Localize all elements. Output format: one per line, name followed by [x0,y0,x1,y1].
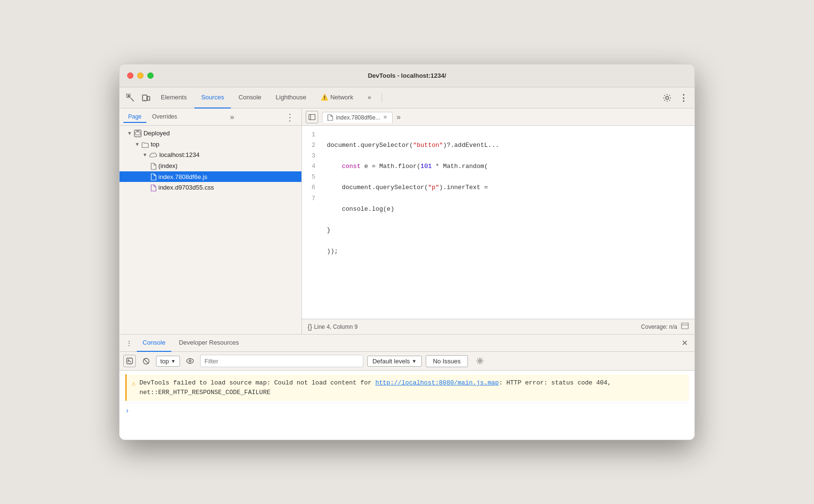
clear-console-btn[interactable] [123,355,136,367]
editor-tab-more-btn[interactable]: » [396,113,401,121]
svg-point-5 [666,96,669,99]
svg-point-19 [189,360,191,362]
code-line-6: )); [327,246,689,257]
network-warning-icon: ⚠️ [321,94,328,101]
console-tab-bar: ⋮ Console Developer Resources ✕ [120,335,694,352]
editor-tab-filename: index.7808df6e... [336,114,380,121]
svg-point-20 [479,360,481,362]
editor-tab-close-btn[interactable]: ✕ [383,114,387,120]
tree-arrow-localhost: ▼ [143,152,147,157]
console-warning-message: ⚠ DevTools failed to load source map: Co… [125,374,689,401]
coverage-icon-btn[interactable] [681,323,689,331]
file-js-icon [150,173,156,181]
svg-point-4 [144,99,145,100]
title-bar: DevTools - localhost:1234/ [120,64,694,87]
editor-tab-bar: index.7808df6e... ✕ » [302,108,694,126]
warning-triangle-icon: ⚠ [132,379,135,389]
tab-overrides[interactable]: Overrides [147,111,182,123]
code-editor[interactable]: 1 2 3 4 5 6 7 document.querySelector("bu… [302,126,694,319]
tree-item-index-html[interactable]: (index) [120,160,301,171]
traffic-lights [127,72,154,79]
log-levels-btn[interactable]: Default levels ▼ [367,356,422,367]
console-tab-dev-resources[interactable]: Developer Resources [173,335,245,352]
maximize-button[interactable] [147,72,154,79]
inspect-icon[interactable] [123,91,138,105]
warning-message-text: DevTools failed to load source map: Coul… [139,378,684,397]
code-line-2: const e = Math.floor(101 * Math.random( [327,161,689,172]
console-content: ⚠ DevTools failed to load source map: Co… [120,371,694,440]
device-mode-icon[interactable] [139,91,153,105]
folder-icon [142,140,149,148]
svg-rect-11 [682,323,688,329]
file-icon [150,162,156,170]
devtools-window: DevTools - localhost:1234/ Elements [119,64,695,440]
cloud-icon [149,151,157,159]
svg-line-14 [128,360,131,362]
tab-separator [382,93,382,103]
tree-item-deployed[interactable]: ▼ Deployed [120,128,301,139]
more-options-icon[interactable]: ⋮ [676,91,691,105]
window-title: DevTools - localhost:1234/ [368,72,446,79]
code-line-4: console.log(e) [327,204,689,215]
svg-rect-3 [147,96,150,100]
svg-rect-9 [309,114,315,120]
editor-panel: index.7808df6e... ✕ » 1 2 3 4 5 6 7 docu… [302,108,694,334]
log-levels-dropdown-icon: ▼ [412,359,417,364]
no-issues-btn[interactable]: No Issues [426,355,468,367]
console-toolbar: top ▼ Default levels ▼ No Issues [120,352,694,371]
tab-network[interactable]: ⚠️ Network [314,87,360,108]
console-settings-btn[interactable] [474,355,486,367]
svg-line-17 [144,359,148,363]
tree-item-index-js[interactable]: index.7808df6e.js [120,171,301,182]
console-tab-console[interactable]: Console [137,335,171,352]
line-numbers: 1 2 3 4 5 6 7 [302,130,321,315]
minimize-button[interactable] [137,72,144,79]
settings-icon[interactable] [660,91,674,105]
prompt-arrow-icon: › [125,407,129,415]
tree-arrow-deployed: ▼ [127,131,132,136]
console-options-btn[interactable]: ⋮ [123,337,135,349]
code-content[interactable]: document.querySelector("button")?.addEve… [321,130,694,315]
tab-sources[interactable]: Sources [194,87,231,108]
code-line-1: document.querySelector("button")?.addEve… [327,140,689,151]
tab-elements[interactable]: Elements [154,87,193,108]
sidebar-toggle-button[interactable] [306,111,318,123]
left-panel-options-btn[interactable]: ⋮ [282,110,298,124]
tab-page[interactable]: Page [123,111,146,123]
left-panel-more-btn[interactable]: » [227,112,237,122]
svg-point-18 [187,359,193,363]
svg-rect-7 [135,132,140,135]
tab-bar-right: ⋮ [660,91,691,105]
tree-item-top[interactable]: ▼ top [120,139,301,149]
status-position: Line 4, Column 9 [314,324,358,330]
console-prompt[interactable]: › [125,403,689,419]
file-css-icon [150,183,156,192]
tab-lighthouse[interactable]: Lighthouse [269,87,313,108]
warning-link[interactable]: http://localhost:8080/main.js.map [375,379,499,386]
devtools-tab-bar: Elements Sources Console Lighthouse ⚠️ N… [120,87,694,108]
tab-more[interactable]: » [361,87,378,108]
tree-item-index-css[interactable]: index.d9703d55.css [120,182,301,193]
no-filter-btn[interactable] [140,355,152,367]
tab-bar-left: Elements Sources Console Lighthouse ⚠️ N… [123,87,378,108]
left-panel: Page Overrides » ⋮ ▼ [120,108,302,334]
context-selector[interactable]: top ▼ [156,356,180,367]
context-selector-dropdown-icon: ▼ [171,359,176,364]
code-line-5: } [327,225,689,236]
console-filter-input[interactable] [200,355,363,367]
tree-item-localhost[interactable]: ▼ localhost:1234 [120,150,301,160]
coverage-status[interactable]: Coverage: n/a [641,324,677,330]
left-panel-tabs: Page Overrides » ⋮ [120,108,301,126]
curly-braces-icon[interactable]: {} [308,323,312,331]
code-line-3: document.querySelector("p").innerText = [327,182,689,193]
file-tree: ▼ Deployed ▼ [120,126,301,334]
editor-status-bar: {} Line 4, Column 9 Coverage: n/a [302,319,694,334]
close-button[interactable] [127,72,133,79]
bottom-panel: ⋮ Console Developer Resources ✕ [120,334,694,440]
tab-console[interactable]: Console [232,87,268,108]
main-content: Page Overrides » ⋮ ▼ [120,108,694,334]
live-expressions-btn[interactable] [184,355,196,367]
deployed-icon [134,129,142,137]
editor-tab-file[interactable]: index.7808df6e... ✕ [322,112,393,123]
console-close-btn[interactable]: ✕ [679,337,691,348]
